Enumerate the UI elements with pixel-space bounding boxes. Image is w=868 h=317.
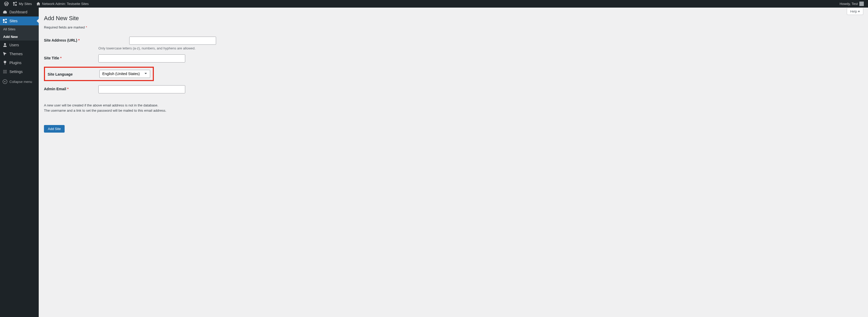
- sidebar-item-settings[interactable]: Settings: [0, 67, 39, 76]
- collapse-label: Collapse menu: [9, 80, 32, 84]
- site-address-input[interactable]: [129, 37, 216, 45]
- row-site-address: Site Address (URL) * Only lowercase lett…: [44, 37, 863, 50]
- home-icon: [36, 2, 40, 6]
- site-title-input[interactable]: [98, 54, 185, 63]
- admin-bar: My Sites Network Admin: Testseite Sites …: [0, 0, 868, 8]
- sidebar-item-label: Users: [9, 43, 19, 47]
- add-site-button[interactable]: Add Site: [44, 125, 65, 133]
- admin-bar-left: My Sites Network Admin: Testseite Sites: [2, 0, 91, 8]
- help-button[interactable]: Help ▾: [847, 8, 863, 15]
- collapse-icon: [3, 79, 7, 84]
- wordpress-icon: [4, 2, 9, 6]
- site-language-select[interactable]: English (United States): [99, 70, 150, 78]
- sidebar-item-users[interactable]: Users: [0, 40, 39, 50]
- label-site-language: Site Language: [48, 72, 99, 76]
- collapse-menu[interactable]: Collapse menu: [0, 77, 39, 86]
- sites-submenu: All Sites Add New: [0, 25, 39, 40]
- page-title: Add New Site: [44, 15, 863, 22]
- sidebar-item-label: Sites: [9, 19, 18, 23]
- avatar: [859, 2, 864, 6]
- sites-icon: [3, 19, 7, 23]
- sidebar-item-plugins[interactable]: Plugins: [0, 58, 39, 67]
- my-sites-link[interactable]: My Sites: [11, 0, 34, 8]
- site-address-desc: Only lowercase letters (a-z), numbers, a…: [98, 46, 216, 50]
- sidebar-item-label: Themes: [9, 52, 23, 56]
- label-site-address: Site Address (URL) *: [44, 37, 98, 42]
- network-admin-label: Network Admin: Testseite Sites: [42, 2, 89, 6]
- admin-sidebar: Dashboard Sites All Sites Add New Users …: [0, 8, 39, 138]
- sidebar-item-dashboard[interactable]: Dashboard: [0, 8, 39, 17]
- sidebar-item-label: Dashboard: [9, 10, 28, 14]
- sidebar-item-sites[interactable]: Sites: [0, 17, 39, 25]
- required-note: Required fields are marked *: [44, 25, 863, 29]
- submenu-add-new[interactable]: Add New: [0, 33, 39, 40]
- main-content: Help ▾ Add New Site Required fields are …: [39, 8, 868, 138]
- dashboard-icon: [3, 10, 7, 14]
- network-admin-link[interactable]: Network Admin: Testseite Sites: [34, 0, 91, 8]
- label-site-title: Site Title *: [44, 54, 98, 60]
- sidebar-item-themes[interactable]: Themes: [0, 50, 39, 58]
- themes-icon: [3, 52, 7, 56]
- sidebar-item-label: Settings: [9, 70, 23, 74]
- label-admin-email: Admin Email *: [44, 85, 98, 91]
- row-admin-email: Admin Email *: [44, 85, 863, 93]
- row-site-language-highlight: Site Language English (United States): [44, 67, 154, 81]
- sidebar-item-label: Plugins: [9, 61, 22, 65]
- wp-logo[interactable]: [2, 0, 11, 8]
- info-text: A new user will be created if the above …: [44, 103, 863, 113]
- row-site-title: Site Title *: [44, 54, 863, 63]
- admin-email-input[interactable]: [98, 85, 185, 93]
- submenu-all-sites[interactable]: All Sites: [0, 25, 39, 33]
- multisite-icon: [13, 2, 17, 6]
- howdy-label: Howdy, Test: [839, 2, 858, 6]
- settings-icon: [3, 69, 7, 74]
- my-sites-label: My Sites: [19, 2, 32, 6]
- plugins-icon: [3, 60, 7, 65]
- howdy-account[interactable]: Howdy, Test: [837, 2, 866, 6]
- users-icon: [3, 43, 7, 47]
